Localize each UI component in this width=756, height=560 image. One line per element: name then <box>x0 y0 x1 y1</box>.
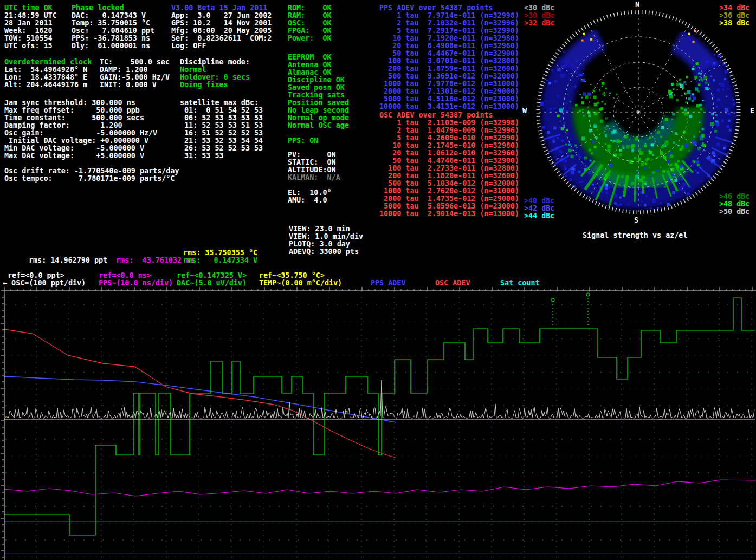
scale-row-line-5: OSC ADEV <box>435 279 470 287</box>
clock-panel-line-0: Overdetermined clock <box>4 58 92 66</box>
loop-panel-line-0: TC: 500.0 sec <box>100 58 170 66</box>
sat-dbc-panel-line-5: 21: 53 52 53 54 54 <box>180 137 263 145</box>
gps-status-panel-line-9: Normal OSC age <box>288 122 349 129</box>
scale-row-line-2: DAC~(5.0 uV/div) <box>177 279 247 287</box>
scale-row-line-1: PPS~(10.0 ns/div) <box>99 279 173 287</box>
discipline-panel-line-3: Doing fixes <box>180 81 228 89</box>
drift-panel-line-1: Osc tempco: 7.780171e-009 parts/°C <box>4 175 175 183</box>
osc-adev-table-line-1: 1 tau 2.1103e-009 (n=32998) <box>379 119 519 127</box>
sat-dbc-panel-line-7: 31: 53 53 <box>180 152 224 160</box>
fix-modes-line-3: KALMAN: N/A <box>288 174 340 181</box>
osc-adev-table-line-0: OSC ADEV over 54387 points <box>379 112 493 119</box>
pps-adev-table-line-0: PPS ADEV over 54387 points <box>379 4 493 12</box>
utc-panel-line-3: Week: 1620 <box>4 27 53 35</box>
health-panel-line-0: ROM: OK <box>288 4 332 12</box>
mask-panel-line-1: AMU: 4.0 <box>288 197 327 204</box>
pps-adev-table-line-13: 10000 tau 3.4131e-012 (n=13000) <box>379 103 519 110</box>
sat-dbc-panel-line-0: satellite max dBc: <box>180 99 259 107</box>
version-panel-line-5: Log: OFF <box>171 42 206 50</box>
osc-adev-table-line-3: 5 tau 4.2609e-010 (n=32990) <box>379 134 519 142</box>
gps-status-panel-line-4: Saved posn OK <box>288 84 345 92</box>
fix-modes-line-0: PV: ON <box>288 151 336 159</box>
osc-panel-line-2: Temp: 35.750015 °C <box>72 19 150 27</box>
utc-panel-line-1: 21:48:59 UTC <box>4 12 57 19</box>
health-panel-line-1: RAM: OK <box>288 12 332 19</box>
pps-adev-table-line-1: 1 tau 7.9714e-011 (n=32998) <box>379 12 519 19</box>
view-panel-line-1: VIEW: 1.0 min/div <box>289 233 363 240</box>
strip-traces <box>4 293 755 535</box>
scale-row-line-3: TEMP~(0.00 m°C/div) <box>259 279 342 287</box>
rms-row-line-0: rms: 35.750355 °C <box>183 249 257 257</box>
osc-adev-table-line-5: 20 tau 1.0612e-010 (n=32960) <box>379 149 519 157</box>
pps-adev-table-line-9: 500 tau 9.3691e-012 (n=32000) <box>379 73 519 80</box>
drift-panel-line-0: Osc drift rate: -1.770540e-009 parts/day <box>4 167 179 175</box>
pps-state-line-0: PPS: ON <box>288 137 318 145</box>
params-panel-line-2: Time constant: 500.000 secs <box>4 114 144 122</box>
version-panel-line-3: Mfg: 08:00 20 May 2005 <box>171 27 272 35</box>
view-panel-line-0: VIEW: 23.0 min <box>289 225 350 233</box>
osc-adev-table-line-9: 500 tau 5.1034e-012 (n=32000) <box>379 180 519 187</box>
health-panel-line-4: Power: OK <box>288 35 332 42</box>
health-panel-line-3: FPGA: OK <box>288 27 332 35</box>
utc-panel-line-2: 28 Jan 2011 <box>4 19 53 27</box>
gps-status-panel-line-7: No leap second <box>288 107 349 114</box>
pps-adev-table-line-10: 1000 tau 7.9778e-012 (n=31000) <box>379 80 519 88</box>
clock-panel-line-1: Lat: 54.4964928° N <box>4 66 87 74</box>
osc-adev-table-line-6: 50 tau 4.4746e-011 (n=32900) <box>379 157 519 165</box>
view-panel-line-2: PLOTQ: 3.0 day <box>289 240 350 248</box>
polar-title-line-0: Signal strength vs az/el <box>583 232 687 239</box>
rms-row-line-1: rms: 14.962790 ppt <box>29 257 107 264</box>
osc-adev-table-line-4: 10 tau 2.1745e-010 (n=32980) <box>379 142 519 149</box>
sat-dbc-panel-line-1: 01: 0 51 54 52 53 <box>180 107 263 114</box>
gps-status-panel-line-2: Almanac OK <box>288 69 332 76</box>
sat-dbc-panel-line-6: 26: 53 52 52 53 53 <box>180 145 263 152</box>
pps-adev-table-line-3: 5 tau 7.2917e-011 (n=32990) <box>379 27 519 35</box>
sat-dbc-panel-line-4: 16: 51 52 52 52 53 <box>180 129 263 137</box>
discipline-panel-line-2: Holdover: 0 secs <box>180 74 250 81</box>
pps-adev-table-line-12: 5000 tau 4.5116e-012 (n=23000) <box>379 95 519 103</box>
pps-adev-table-line-6: 50 tau 4.4467e-011 (n=32900) <box>379 50 519 57</box>
version-panel-line-1: App: 3.0 27 Jun 2002 <box>171 12 272 19</box>
ref-row-line-3: ref~<35.750 °C> <box>259 272 325 279</box>
clock-panel-line-3: Alt: 204.46449176 m <box>4 81 87 89</box>
strip-chart-area[interactable] <box>0 287 756 560</box>
ref-row-line-0: ref=<0.0 ppt> <box>8 272 64 279</box>
params-panel-line-7: Max DAC voltage: +5.000000 V <box>4 152 144 160</box>
osc-panel-line-1: DAC: 0.147343 V <box>72 12 146 19</box>
gps-status-panel-line-0: EEPROM OK <box>288 54 332 61</box>
loop-panel-line-2: GAIN:-5.000 Hz/V <box>100 74 170 81</box>
scale-row-line-0: ← OSC=(100 ppt/div) <box>3 279 86 287</box>
scale-row-line-6: Sat count <box>500 279 540 287</box>
loop-panel-line-1: DAMP: 1.200 <box>100 66 148 74</box>
params-panel-line-0: Jam sync threshold: 300.000 ns <box>4 99 135 107</box>
utc-panel-line-0: UTC time OK <box>4 4 53 12</box>
pps-adev-table-line-2: 2 tau 7.1032e-011 (n=32996) <box>379 19 519 27</box>
polar-signal-plot <box>534 0 756 227</box>
clock-panel-line-2: Lon: 18.4337848° E <box>4 74 87 81</box>
osc-adev-table-line-2: 2 tau 1.0479e-009 (n=32996) <box>379 127 519 134</box>
discipline-panel-line-0: Discipline mode: <box>180 58 250 66</box>
gps-status-panel-line-6: Position saved <box>288 99 349 107</box>
loop-panel-line-3: INIT: 0.000 V <box>100 81 157 89</box>
pps-adev-table-line-5: 20 tau 6.4908e-011 (n=32960) <box>379 42 519 50</box>
version-panel-line-4: Ser: 0.82362611 COM:2 <box>171 35 272 42</box>
osc-panel-line-4: PPS↑ -36.781853 ns <box>72 35 150 42</box>
ref-row-line-2: ref~<0.147325 V> <box>177 272 247 279</box>
gps-status-panel-line-3: Discipline OK <box>288 76 345 84</box>
view-panel-line-3: ADEVQ: 33000 pts <box>289 248 359 256</box>
osc-adev-table-line-7: 100 tau 2.2733e-011 (n=32800) <box>379 165 519 172</box>
health-panel-line-2: OSC: OK <box>288 19 332 27</box>
fix-modes-line-1: STATIC: ON <box>288 159 336 166</box>
sat-dbc-panel-line-2: 06: 52 53 53 53 53 <box>180 114 263 122</box>
params-panel-line-1: Max freq offset: 50.000 ppb <box>4 107 140 114</box>
mask-panel-line-0: EL: 10.0° <box>288 189 332 197</box>
discipline-panel-line-1: Normal <box>180 66 206 74</box>
fix-modes-line-2: ALTITUDE:ON <box>288 166 336 174</box>
osc-adev-table-line-11: 2000 tau 1.4735e-012 (n=29000) <box>379 195 519 203</box>
params-panel-line-5: Initial DAC voltage: +0.000000 V <box>4 137 148 145</box>
osc-panel-line-3: Osc↑ 7.084610 ppt <box>72 27 154 35</box>
ref-row-line-1: ref=<0.0 ns> <box>99 272 151 279</box>
osc-adev-table-line-13: 10000 tau 2.9014e-013 (n=13000) <box>379 210 519 218</box>
utc-panel-line-5: UTC ofs: 15 <box>4 42 53 50</box>
rms-row-line-3: rms: 0.147334 V <box>183 257 257 264</box>
